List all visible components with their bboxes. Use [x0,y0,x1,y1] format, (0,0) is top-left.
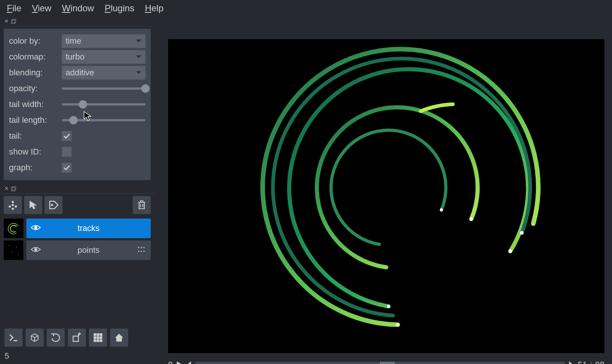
layer-row-points[interactable]: points [4,240,151,260]
menu-file[interactable]: File [7,3,21,14]
transpose-button[interactable] [68,329,86,347]
eye-icon[interactable] [31,245,41,255]
playback-controls: 0 51 | 98 [168,353,604,364]
layer-body[interactable]: points [26,240,151,260]
add-labels-button[interactable] [44,196,63,214]
svg-rect-0 [11,20,15,23]
color-by-value: time [66,36,81,46]
grid-icon [93,332,103,343]
ndisplay-button[interactable] [26,329,44,347]
console-icon [8,332,19,343]
slider-thumb[interactable] [79,100,87,109]
colormap-label: colormap: [9,52,62,62]
svg-point-10 [34,226,37,229]
svg-rect-26 [94,336,96,339]
add-points-button[interactable] [4,196,22,214]
trash-icon [136,200,147,210]
svg-rect-30 [97,340,99,342]
svg-point-7 [12,208,14,210]
show-id-checkbox[interactable] [62,147,72,157]
layers-toolbar [4,194,151,216]
menu-view[interactable]: View [32,3,52,14]
layers-panel-titlebar: × [0,184,155,194]
play-icon [176,361,182,364]
home-icon [114,332,124,343]
points-icon [8,200,18,210]
svg-point-12 [16,247,17,248]
color-by-label: color by: [9,36,62,46]
layer-row-tracks[interactable]: tracks [4,219,151,238]
close-icon[interactable]: × [5,185,9,193]
menu-window[interactable]: Window [62,3,94,14]
drag-handle-icon[interactable] [136,245,146,255]
colormap-value: turbo [66,52,84,62]
svg-point-19 [138,251,139,252]
slider-thumb[interactable] [380,362,395,364]
delete-layer-button[interactable] [133,196,151,214]
tail-checkbox[interactable] [62,131,72,141]
svg-rect-24 [97,333,99,336]
home-button[interactable] [110,329,128,347]
popout-icon[interactable] [11,186,16,191]
svg-point-9 [51,204,53,206]
layer-body[interactable]: tracks [26,219,151,238]
close-icon[interactable]: × [5,17,9,25]
layer-thumbnail [4,219,23,238]
popout-icon[interactable] [11,19,16,24]
skip-end-button[interactable] [568,360,575,364]
grid-button[interactable] [89,329,107,347]
canvas-viewport[interactable] [168,39,604,353]
play-button[interactable] [176,360,182,364]
svg-point-11 [9,245,9,246]
tail-length-slider[interactable] [62,119,145,121]
layers-panel: tracks points [4,194,151,325]
svg-point-16 [138,247,139,248]
svg-point-20 [141,251,142,252]
color-by-select[interactable]: time [62,34,145,48]
frame-slider[interactable] [195,362,565,364]
sidebar: × color by: time colormap: turbo blendin… [0,17,155,364]
check-icon [63,133,70,139]
svg-rect-25 [100,333,102,336]
svg-point-17 [141,247,142,248]
svg-rect-28 [100,336,102,339]
frame-current: 51 [578,360,587,364]
tail-label: tail: [9,131,62,141]
skip-start-button[interactable] [185,360,192,364]
svg-rect-2 [11,187,15,191]
menu-plugins[interactable]: Plugins [105,3,135,14]
svg-point-13 [12,251,12,252]
menu-help[interactable]: Help [145,3,163,14]
svg-point-34 [470,217,473,221]
rotate-icon [50,332,61,343]
graph-checkbox[interactable] [62,163,72,173]
eye-icon[interactable] [31,223,41,233]
blending-select[interactable]: additive [62,66,145,80]
svg-point-35 [440,208,443,212]
slider-thumb[interactable] [141,84,150,93]
svg-rect-3 [12,187,15,190]
svg-rect-31 [100,340,102,342]
add-shapes-button[interactable] [24,196,42,214]
viewport-column: 0 51 | 98 [155,17,612,364]
svg-point-18 [143,247,145,248]
tail-width-label: tail width: [9,99,62,109]
svg-point-15 [34,248,37,251]
svg-rect-27 [97,336,99,339]
chevron-down-icon [136,71,142,75]
skip-back-icon [185,361,192,364]
svg-point-14 [18,254,18,255]
console-button[interactable] [5,329,23,347]
colormap-select[interactable]: turbo [62,50,145,64]
opacity-label: opacity: [9,84,62,93]
frame-start: 0 [168,360,173,364]
opacity-slider[interactable] [62,87,145,90]
svg-point-8 [12,204,14,206]
status-value: 5 [0,350,155,364]
tail-width-slider[interactable] [62,103,145,106]
roll-dims-button[interactable] [47,329,65,347]
chevron-down-icon [136,39,142,43]
viewer-toolbar [0,325,155,350]
slider-thumb[interactable] [69,116,78,124]
menubar: File View Window Plugins Help [0,0,612,17]
